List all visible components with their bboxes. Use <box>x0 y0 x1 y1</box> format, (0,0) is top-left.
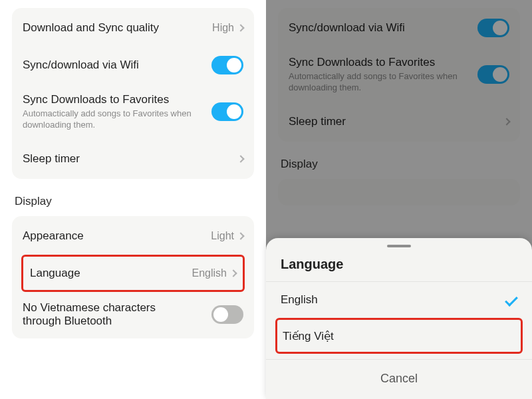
settings-panel-left: Download and Sync quality High Sync/down… <box>0 0 266 399</box>
toggle-wifi-sync[interactable] <box>211 56 243 74</box>
toggle-vn-chars[interactable] <box>211 305 243 324</box>
language-option-vietnamese[interactable]: Tiếng Việt <box>275 318 523 354</box>
row-download-quality[interactable]: Download and Sync quality High <box>21 9 245 47</box>
option-label: Tiếng Việt <box>283 329 334 343</box>
sheet-title: Language <box>266 257 532 282</box>
chevron-right-icon <box>229 269 237 277</box>
cancel-button[interactable]: Cancel <box>266 359 532 399</box>
row-appearance[interactable]: Appearance Light <box>21 217 245 255</box>
row-title: Sync Downloads to Favorites <box>23 93 211 106</box>
row-vn-chars[interactable]: No Vietnamese characters through Bluetoo… <box>21 292 245 337</box>
settings-card: Download and Sync quality High Sync/down… <box>12 8 254 179</box>
row-wifi-sync[interactable]: Sync/download via Wifi <box>21 47 245 84</box>
option-label: English <box>281 293 318 307</box>
row-title: Sleep timer <box>23 152 238 166</box>
section-label-display: Display <box>12 188 254 216</box>
row-title: No Vietnamese characters through Bluetoo… <box>23 301 196 328</box>
settings-panel-right: Sync/download via Wifi Sync Downloads to… <box>266 0 532 399</box>
row-title: Download and Sync quality <box>23 21 212 35</box>
row-language[interactable]: Language English <box>21 255 245 292</box>
check-icon <box>505 293 518 307</box>
row-sleep-timer[interactable]: Sleep timer <box>21 140 245 178</box>
toggle-sync-favorites[interactable] <box>211 102 243 121</box>
chevron-right-icon <box>237 24 244 31</box>
language-option-english[interactable]: English <box>266 282 532 318</box>
language-sheet: Language English Tiếng Việt Cancel <box>266 238 532 399</box>
value-label: Light <box>211 230 234 242</box>
row-sync-favorites[interactable]: Sync Downloads to Favorites Automactical… <box>21 84 245 140</box>
sheet-handle[interactable] <box>387 245 411 247</box>
value-label: High <box>212 22 234 34</box>
row-title: Sync/download via Wifi <box>23 59 211 72</box>
chevron-right-icon <box>237 232 244 239</box>
row-title: Language <box>30 267 192 280</box>
chevron-right-icon <box>237 155 244 162</box>
row-subtitle: Automactically add songs to Favorites wh… <box>23 108 211 131</box>
display-card: Appearance Light Language English No Vie… <box>12 216 254 338</box>
row-title: Appearance <box>23 229 211 243</box>
value-label: English <box>192 267 227 279</box>
